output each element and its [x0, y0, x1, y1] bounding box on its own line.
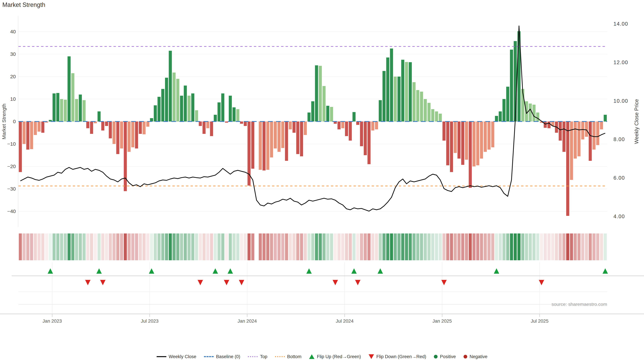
legend-swatch-dot-icon — [434, 355, 438, 359]
legend-item-6[interactable]: Positive — [434, 354, 456, 359]
legend-item-4[interactable]: Flip Up (Red→Green) — [309, 354, 361, 359]
heatmap-cell — [521, 233, 524, 260]
heatmap-cell — [450, 233, 453, 260]
legend-item-2[interactable]: Top — [248, 354, 267, 359]
heatmap-cell — [90, 233, 93, 260]
heatmap-cell — [518, 233, 520, 260]
legend-item-0[interactable]: Weekly Close — [157, 354, 196, 359]
heatmap-cell — [540, 233, 543, 260]
strength-bar — [592, 121, 596, 150]
legend-label: Weekly Close — [169, 354, 196, 359]
strength-bar — [529, 104, 532, 121]
strength-bar — [90, 121, 93, 134]
strength-bar — [112, 121, 116, 144]
heatmap-cell — [45, 233, 48, 260]
heatmap-cell — [191, 233, 194, 260]
legend-item-7[interactable]: Negative — [464, 354, 488, 359]
heatmap-cell — [454, 233, 457, 260]
strength-bar — [259, 121, 262, 170]
legend-label: Flip Down (Green→Red) — [376, 354, 426, 359]
y-axis-title: Market Strength — [1, 104, 7, 139]
strength-bar — [454, 121, 457, 153]
heatmap-cell — [334, 233, 337, 260]
heatmap-cell — [79, 233, 82, 260]
strength-bar — [176, 79, 179, 121]
heatmap-cell — [236, 233, 239, 260]
heatmap-cell — [285, 233, 288, 260]
legend-swatch-line-icon — [157, 356, 166, 357]
strength-bar — [206, 121, 209, 128]
strength-bar — [184, 86, 187, 121]
heatmap-cell — [356, 233, 359, 260]
strength-bar — [180, 96, 183, 121]
strength-bar — [401, 60, 404, 121]
strength-bar — [476, 121, 479, 165]
strength-bar — [360, 121, 363, 146]
flip-down-marker — [100, 280, 106, 285]
legend-item-3[interactable]: Bottom — [275, 354, 302, 359]
heatmap-cell — [266, 233, 269, 260]
heatmap-cell — [600, 233, 603, 260]
heatmap-cell — [589, 233, 592, 260]
heatmap-cell — [469, 233, 472, 260]
strength-bar — [229, 96, 232, 121]
strength-bar — [578, 121, 580, 156]
strength-bar — [101, 121, 104, 131]
heatmap-cell — [270, 233, 273, 260]
strength-bar — [169, 51, 172, 121]
strength-bar — [338, 121, 340, 129]
heatmap-cell — [472, 233, 476, 260]
heatmap-cell — [536, 233, 539, 260]
heatmap-cell — [488, 233, 490, 260]
heatmap-cell — [345, 233, 348, 260]
y-axis-tick-label: 30 — [10, 51, 16, 57]
strength-bar — [270, 121, 273, 157]
strength-bar — [221, 93, 224, 121]
heatmap-cell — [195, 233, 198, 260]
heatmap-cell — [150, 233, 153, 260]
flip-down-marker — [355, 280, 360, 285]
strength-bar — [274, 121, 277, 148]
flip-up-marker — [213, 268, 218, 274]
heatmap-cell — [424, 233, 427, 260]
heatmap-cell — [52, 233, 56, 260]
heatmap-cell — [394, 233, 397, 260]
heatmap-cell — [244, 233, 247, 260]
heatmap-cell — [375, 233, 378, 260]
legend-item-1[interactable]: Baseline (0) — [204, 354, 240, 359]
legend-label: Top — [260, 354, 267, 359]
heatmap-cell — [98, 233, 100, 260]
flip-up-marker — [351, 268, 357, 274]
heatmap-cell — [49, 233, 52, 260]
heatmap-cell — [368, 233, 370, 260]
legend-item-5[interactable]: Flip Down (Green→Red) — [368, 354, 426, 359]
strength-bar — [165, 78, 168, 121]
strength-bar — [236, 109, 239, 121]
strength-bar — [589, 121, 592, 161]
strength-bar — [442, 121, 446, 141]
flip-up-marker — [494, 268, 499, 274]
strength-bar — [446, 121, 449, 165]
heatmap-cell — [532, 233, 536, 260]
heatmap-cell — [94, 233, 97, 260]
strength-bar — [368, 121, 370, 164]
x-axis-label: Jan 2025 — [432, 319, 452, 324]
strength-bar — [199, 121, 202, 126]
strength-bar — [292, 121, 296, 133]
strength-bar — [22, 121, 26, 144]
strength-bar — [349, 121, 352, 141]
strength-bar — [458, 121, 460, 159]
x-axis-label: Jul 2025 — [531, 319, 548, 324]
heatmap-cell — [206, 233, 209, 260]
heatmap-cell — [420, 233, 423, 260]
heatmap-cell — [585, 233, 588, 260]
heatmap-cell — [338, 233, 340, 260]
heatmap-cell — [315, 233, 318, 260]
strength-bar — [390, 48, 393, 121]
strength-bar — [142, 121, 146, 134]
heatmap-cell — [240, 233, 243, 260]
heatmap-cell — [416, 233, 419, 260]
strength-bar — [146, 121, 149, 127]
heatmap-cell — [461, 233, 464, 260]
strength-bar — [150, 118, 153, 121]
